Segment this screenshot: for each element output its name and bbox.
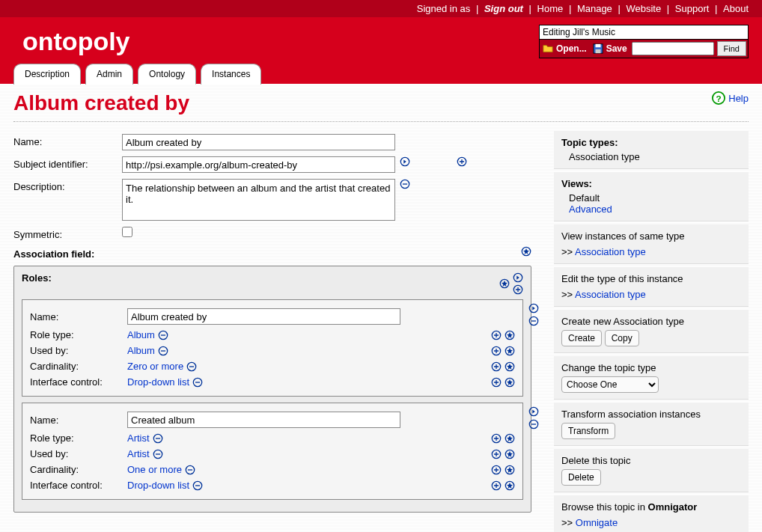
used-by-label: Used by:	[30, 448, 127, 459]
interface-control-label: Interface control:	[30, 480, 127, 491]
star-icon[interactable]	[505, 433, 515, 444]
nav-website[interactable]: Website	[626, 3, 661, 14]
save-button[interactable]: Save	[590, 42, 630, 55]
plus-icon[interactable]	[491, 433, 502, 444]
plus-icon[interactable]	[491, 449, 502, 459]
view-instances-label: View instances of same type	[561, 230, 741, 242]
star-icon[interactable]	[505, 361, 515, 372]
role-box: Name: Role type: Album Used by: Album Ca…	[22, 299, 523, 397]
tab-description[interactable]: Description	[13, 64, 81, 85]
create-new-label: Create new Association type	[561, 316, 741, 327]
topictypes-heading: Topic types:	[561, 137, 741, 148]
plus-icon[interactable]	[491, 361, 502, 372]
nav-support[interactable]: Support	[675, 3, 710, 14]
goto-icon[interactable]	[400, 156, 410, 167]
role-type-link[interactable]: Artist	[127, 432, 150, 444]
role-box: Name: Role type: Artist Used by: Artist …	[22, 403, 523, 500]
nav-about[interactable]: About	[723, 3, 749, 14]
find-input[interactable]	[632, 42, 714, 55]
main-form: Name: Subject identifier: Description: T…	[13, 131, 531, 532]
minus-icon[interactable]	[158, 346, 168, 356]
cardinality-link[interactable]: Zero or more	[127, 361, 183, 372]
used-by-link[interactable]: Artist	[127, 448, 150, 459]
minus-icon[interactable]	[528, 419, 539, 429]
plus-icon[interactable]	[491, 377, 502, 388]
star-icon[interactable]	[505, 465, 515, 475]
desc-label: Description:	[13, 179, 122, 192]
goto-icon[interactable]	[528, 406, 539, 417]
si-input[interactable]	[122, 156, 395, 173]
role-name-input[interactable]	[127, 412, 400, 428]
symmetric-label: Symmetric:	[13, 227, 122, 240]
star-icon[interactable]	[505, 330, 515, 340]
role-name-label: Name:	[30, 415, 127, 426]
tab-admin[interactable]: Admin	[85, 64, 133, 85]
help-link[interactable]: Help	[728, 93, 749, 104]
sidebar: Topic types: Association type Views: Def…	[554, 131, 749, 532]
page-title: Album created by	[13, 91, 189, 115]
find-button[interactable]: Find	[717, 41, 746, 56]
minus-icon[interactable]	[192, 377, 203, 388]
role-type-label: Role type:	[30, 329, 127, 340]
star-icon[interactable]	[505, 346, 515, 356]
signout-link[interactable]: Sign out	[484, 3, 523, 14]
minus-icon[interactable]	[528, 316, 539, 326]
used-by-link[interactable]: Album	[127, 345, 155, 356]
interface-control-label: Interface control:	[30, 376, 127, 388]
minus-icon[interactable]	[158, 330, 168, 340]
star-icon[interactable]	[521, 246, 531, 257]
tab-ontology[interactable]: Ontology	[138, 64, 196, 85]
delete-button[interactable]: Delete	[561, 469, 601, 486]
change-type-select[interactable]: Choose One	[561, 376, 659, 393]
editing-panel: Editing Jill's Music Open... Save Find	[539, 25, 749, 58]
plus-icon[interactable]	[491, 480, 502, 491]
open-button[interactable]: Open...	[540, 42, 590, 55]
copy-button[interactable]: Copy	[605, 330, 639, 346]
star-icon[interactable]	[499, 278, 510, 289]
brand-logo: ontopoly	[22, 27, 130, 56]
used-by-label: Used by:	[30, 345, 127, 356]
omnigate-link[interactable]: Omnigate	[576, 517, 618, 528]
minus-icon[interactable]	[153, 449, 163, 459]
plus-icon[interactable]	[513, 284, 523, 295]
role-type-link[interactable]: Album	[127, 329, 155, 340]
symmetric-checkbox[interactable]	[122, 227, 132, 237]
goto-icon[interactable]	[528, 303, 539, 314]
plus-icon[interactable]	[491, 465, 502, 475]
association-field-box: Roles: Name: Role type: Al	[13, 266, 531, 513]
desc-input[interactable]: The relationship between an album and th…	[122, 179, 395, 221]
minus-icon[interactable]	[400, 179, 410, 189]
role-type-label: Role type:	[30, 432, 127, 444]
plus-icon[interactable]	[457, 156, 467, 167]
transform-button[interactable]: Transform	[561, 423, 615, 439]
disk-icon	[593, 43, 603, 54]
plus-icon[interactable]	[491, 346, 502, 356]
transform-label: Transform association instances	[561, 409, 741, 420]
interface-control-link[interactable]: Drop-down list	[127, 480, 189, 491]
tab-instances[interactable]: Instances	[201, 64, 261, 85]
interface-control-link[interactable]: Drop-down list	[127, 376, 189, 388]
nav-manage[interactable]: Manage	[577, 3, 612, 14]
minus-icon[interactable]	[185, 465, 195, 475]
star-icon[interactable]	[505, 377, 515, 388]
view-advanced-link[interactable]: Advanced	[569, 204, 612, 215]
star-icon[interactable]	[505, 449, 515, 459]
plus-icon[interactable]	[491, 330, 502, 340]
name-input[interactable]	[122, 134, 395, 150]
edit-type-link[interactable]: Association type	[575, 289, 646, 300]
goto-icon[interactable]	[513, 272, 523, 283]
minus-icon[interactable]	[192, 480, 203, 491]
si-label: Subject identifier:	[13, 156, 122, 170]
minus-icon[interactable]	[186, 361, 197, 372]
minus-icon[interactable]	[153, 433, 163, 444]
create-button[interactable]: Create	[561, 330, 602, 346]
name-label: Name:	[13, 134, 122, 147]
nav-home[interactable]: Home	[537, 3, 564, 14]
star-icon[interactable]	[505, 480, 515, 491]
help-icon[interactable]	[712, 91, 725, 105]
cardinality-link[interactable]: One or more	[127, 464, 182, 475]
signed-in-text: Signed in as	[417, 3, 471, 14]
view-instances-link[interactable]: Association type	[575, 246, 646, 257]
topictypes-value: Association type	[561, 151, 741, 162]
role-name-input[interactable]	[127, 308, 400, 325]
